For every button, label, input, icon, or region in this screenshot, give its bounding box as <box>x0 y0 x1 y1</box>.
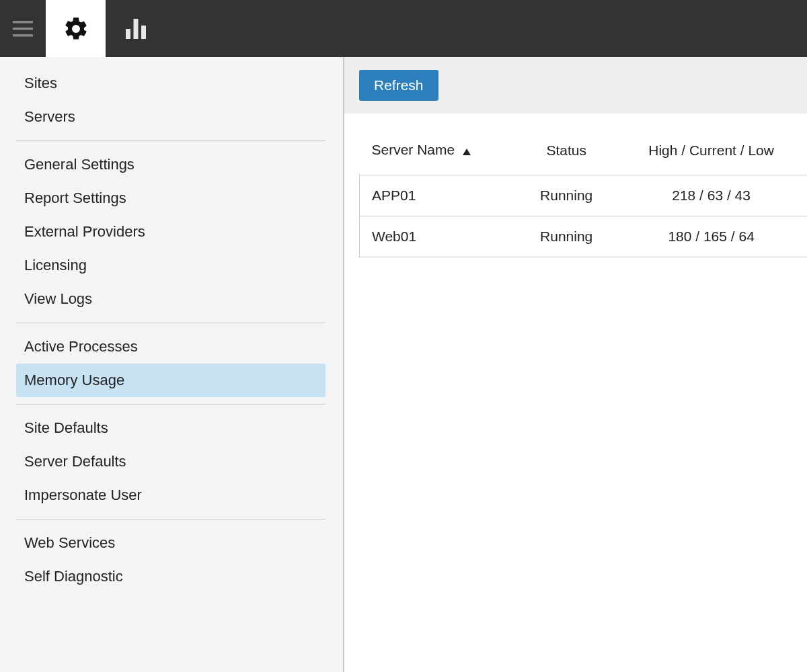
table-row[interactable]: APP01 Running 218 / 63 / 43 <box>360 175 808 216</box>
sidebar-item-label: Web Services <box>24 534 115 551</box>
sidebar-separator <box>16 323 325 323</box>
svg-rect-0 <box>13 21 33 24</box>
column-header-hcl[interactable]: High / Current / Low <box>615 135 807 175</box>
sidebar-separator <box>16 404 325 405</box>
tab-settings[interactable] <box>46 0 106 57</box>
content: Refresh Server Name Status <box>344 57 807 672</box>
svg-rect-2 <box>13 34 33 37</box>
servers-table: Server Name Status High / Current / Low <box>359 135 807 257</box>
topbar <box>0 0 807 57</box>
sidebar-item-label: Self Diagnostic <box>24 568 123 585</box>
table-row[interactable]: Web01 Running 180 / 165 / 64 <box>360 216 808 257</box>
svg-rect-5 <box>141 26 146 39</box>
sidebar-item-label: External Providers <box>24 223 145 240</box>
column-header-label: Server Name <box>372 142 455 157</box>
sidebar-item-server-defaults[interactable]: Server Defaults <box>16 445 325 478</box>
sidebar-item-licensing[interactable]: Licensing <box>16 249 325 282</box>
sidebar-item-label: Server Defaults <box>24 453 126 470</box>
refresh-button[interactable]: Refresh <box>359 70 438 101</box>
sidebar-item-label: Site Defaults <box>24 419 108 436</box>
sidebar-item-label: View Logs <box>24 290 92 307</box>
column-header-server-name[interactable]: Server Name <box>360 135 518 175</box>
sidebar-item-active-processes[interactable]: Active Processes <box>16 330 325 364</box>
sidebar-item-label: Report Settings <box>24 190 126 206</box>
cell-hcl: 180 / 165 / 64 <box>615 216 807 257</box>
sidebar-item-label: Memory Usage <box>24 372 124 388</box>
table-wrap: Server Name Status High / Current / Low <box>344 114 807 257</box>
sidebar-item-label: General Settings <box>24 156 134 173</box>
cell-status: Running <box>517 216 615 257</box>
bar-chart-icon <box>122 15 149 42</box>
sidebar-item-memory-usage[interactable]: Memory Usage <box>16 364 325 397</box>
cell-server-name: Web01 <box>360 216 518 257</box>
sidebar-item-external-providers[interactable]: External Providers <box>16 215 325 249</box>
tab-stats[interactable] <box>106 0 165 57</box>
sidebar-item-label: Licensing <box>24 257 87 274</box>
sidebar-item-report-settings[interactable]: Report Settings <box>16 181 325 215</box>
sidebar-item-sites[interactable]: Sites <box>16 67 325 100</box>
column-header-status[interactable]: Status <box>517 135 615 175</box>
hamburger-icon <box>13 21 33 37</box>
sidebar-item-general-settings[interactable]: General Settings <box>16 148 325 181</box>
sidebar-separator <box>16 519 325 519</box>
sidebar-item-site-defaults[interactable]: Site Defaults <box>16 411 325 445</box>
sidebar-item-servers[interactable]: Servers <box>16 100 325 134</box>
hamburger-menu-button[interactable] <box>0 0 46 57</box>
sidebar-item-view-logs[interactable]: View Logs <box>16 282 325 316</box>
main: Sites Servers General Settings Report Se… <box>0 57 807 672</box>
gear-icon <box>63 15 89 42</box>
sidebar-item-label: Sites <box>24 75 57 91</box>
sidebar-item-label: Active Processes <box>24 338 138 355</box>
content-toolbar: Refresh <box>344 57 807 114</box>
sidebar-separator <box>16 140 325 141</box>
sidebar-item-impersonate-user[interactable]: Impersonate User <box>16 478 325 512</box>
svg-rect-3 <box>126 29 130 39</box>
cell-server-name: APP01 <box>360 175 518 216</box>
sidebar-item-self-diagnostic[interactable]: Self Diagnostic <box>16 560 325 593</box>
column-header-label: Status <box>546 142 586 158</box>
sort-asc-icon <box>463 142 471 159</box>
sidebar-item-label: Impersonate User <box>24 487 142 503</box>
svg-rect-4 <box>133 19 138 39</box>
svg-rect-1 <box>13 28 33 30</box>
sidebar: Sites Servers General Settings Report Se… <box>0 57 344 672</box>
svg-marker-6 <box>463 149 471 155</box>
sidebar-item-web-services[interactable]: Web Services <box>16 526 325 560</box>
column-header-label: High / Current / Low <box>648 142 774 158</box>
sidebar-item-label: Servers <box>24 108 75 125</box>
cell-status: Running <box>517 175 615 216</box>
cell-hcl: 218 / 63 / 43 <box>615 175 807 216</box>
